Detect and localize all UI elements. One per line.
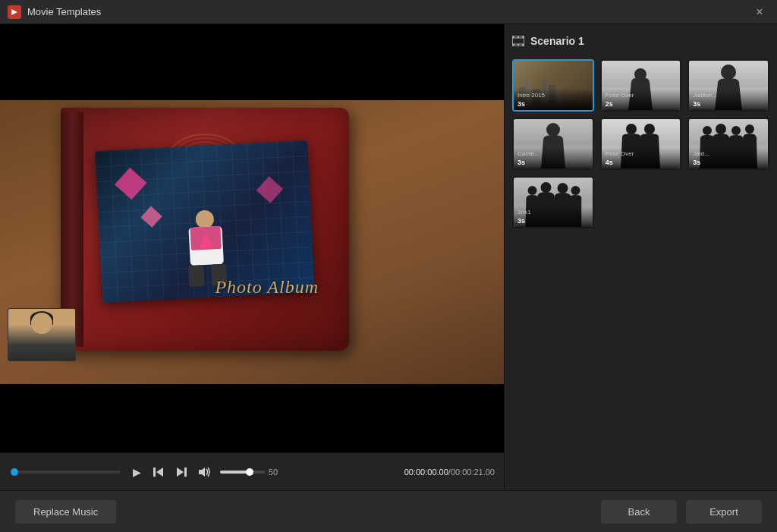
thumbnail-overlay-3: Jaldish... 3s bbox=[689, 89, 768, 110]
main-content: Photo Album bbox=[0, 24, 777, 490]
svg-rect-15 bbox=[512, 38, 524, 44]
back-button[interactable]: Back bbox=[601, 500, 677, 524]
scenario-header: Scenario 1 bbox=[512, 32, 769, 50]
volume-bar[interactable] bbox=[220, 471, 266, 474]
svg-marker-12 bbox=[177, 467, 184, 477]
game-diamond-3 bbox=[140, 206, 162, 228]
thumbnail-item-4[interactable]: Carrie... 3s bbox=[512, 118, 594, 170]
thumb-duration-7: 3s bbox=[517, 217, 589, 225]
volume-thumb bbox=[246, 468, 253, 476]
volume-button[interactable] bbox=[196, 464, 214, 480]
thumbnails-grid: Intro 2015 3s Pose Over 2s bbox=[512, 59, 769, 228]
thumbnail-overlay-7: 2nk1 3s bbox=[514, 206, 593, 227]
svg-point-30 bbox=[546, 123, 560, 137]
svg-rect-11 bbox=[184, 467, 187, 477]
svg-point-33 bbox=[703, 126, 712, 135]
svg-point-35 bbox=[731, 126, 741, 135]
svg-marker-13 bbox=[199, 467, 205, 477]
right-panel: Scenario 1 Intro 2015 3s bbox=[504, 24, 777, 490]
thumb-label-1: Intro 2015 bbox=[517, 92, 589, 99]
webcam-overlay bbox=[8, 308, 76, 361]
time-total: 00:00:21.00 bbox=[451, 467, 495, 477]
svg-point-39 bbox=[557, 183, 568, 194]
thumb-duration-3: 3s bbox=[693, 100, 764, 108]
svg-point-36 bbox=[745, 124, 754, 134]
thumbnail-item-7[interactable]: 2nk1 3s bbox=[512, 176, 594, 228]
svg-marker-10 bbox=[156, 467, 163, 477]
play-button[interactable]: ▶ bbox=[130, 463, 144, 481]
step-forward-button[interactable] bbox=[173, 464, 190, 480]
svg-rect-18 bbox=[522, 36, 524, 38]
time-current: 00:00:00.00 bbox=[404, 467, 448, 477]
svg-rect-17 bbox=[517, 36, 519, 38]
thumb-duration-6: 3s bbox=[693, 159, 764, 166]
volume-value: 50 bbox=[269, 467, 284, 477]
svg-point-38 bbox=[540, 182, 551, 193]
thumbnail-overlay-1: Intro 2015 3s bbox=[514, 89, 593, 110]
thumbnail-item-5[interactable]: Pose Over 4s bbox=[600, 118, 682, 170]
svg-point-31 bbox=[626, 124, 637, 134]
thumb-duration-2: 2s bbox=[606, 100, 677, 108]
replace-music-button[interactable]: Replace Music bbox=[15, 500, 116, 524]
thumb-duration-4: 3s bbox=[517, 159, 589, 166]
svg-rect-7 bbox=[188, 265, 204, 287]
webcam-person bbox=[8, 309, 75, 360]
thumbnail-item-1[interactable]: Intro 2015 3s bbox=[512, 59, 594, 112]
thumb-label-4: Carrie... bbox=[517, 150, 589, 158]
svg-rect-16 bbox=[513, 36, 514, 38]
svg-point-29 bbox=[721, 65, 736, 80]
thumb-duration-5: 4s bbox=[606, 159, 677, 166]
export-button[interactable]: Export bbox=[686, 500, 762, 524]
thumbnail-overlay-2: Pose Over 2s bbox=[602, 89, 681, 110]
progress-bar[interactable] bbox=[12, 471, 121, 474]
album-cover: Photo Album bbox=[61, 108, 349, 351]
game-diamond-1 bbox=[115, 168, 146, 200]
thumb-duration-1: 3s bbox=[517, 100, 589, 108]
svg-rect-19 bbox=[513, 44, 514, 46]
video-player: Photo Album bbox=[0, 24, 504, 452]
game-character-icon bbox=[181, 209, 231, 287]
svg-rect-21 bbox=[522, 44, 524, 46]
video-preview: Photo Album bbox=[0, 24, 504, 452]
thumbnail-item-6[interactable]: Jald... 3s bbox=[687, 118, 769, 170]
thumb-label-6: Jald... bbox=[693, 150, 764, 158]
thumbnail-overlay-5: Pose Over 4s bbox=[602, 147, 681, 168]
thumbnail-overlay-6: Jald... 3s bbox=[689, 147, 768, 168]
controls-bar: ▶ bbox=[0, 452, 504, 490]
thumb-label-3: Jaldish... bbox=[693, 92, 764, 99]
title-bar: Movie Templates × bbox=[0, 0, 777, 24]
thumb-label-7: 2nk1 bbox=[517, 209, 589, 216]
svg-rect-9 bbox=[153, 467, 156, 477]
photo-album: Photo Album bbox=[61, 108, 349, 351]
title-bar-left: Movie Templates bbox=[8, 5, 101, 19]
scenario-title: Scenario 1 bbox=[530, 35, 584, 47]
thumbnail-item-3[interactable]: Jaldish... 3s bbox=[687, 59, 769, 112]
svg-point-34 bbox=[716, 124, 726, 134]
window-title: Movie Templates bbox=[27, 6, 101, 17]
progress-thumb bbox=[11, 468, 18, 476]
volume-slider[interactable]: 50 bbox=[220, 467, 284, 477]
photo-album-scene: Photo Album bbox=[0, 100, 504, 384]
thumb-label-2: Pose Over bbox=[606, 92, 677, 99]
thumb-label-5: Pose Over bbox=[606, 150, 677, 158]
svg-point-37 bbox=[527, 186, 536, 195]
bottom-bar: Replace Music Back Export bbox=[0, 490, 777, 532]
svg-point-3 bbox=[195, 209, 214, 228]
svg-marker-0 bbox=[11, 9, 17, 15]
thumbnail-item-2[interactable]: Pose Over 2s bbox=[600, 59, 682, 112]
svg-point-32 bbox=[644, 124, 655, 134]
game-diamond-2 bbox=[256, 176, 283, 203]
step-back-button[interactable] bbox=[150, 464, 167, 480]
album-title-text: Photo Album bbox=[215, 277, 319, 297]
thumbnail-overlay-4: Carrie... 3s bbox=[514, 147, 593, 168]
black-bar-bottom bbox=[0, 384, 504, 452]
webcam-head bbox=[31, 313, 52, 334]
app-icon bbox=[8, 5, 21, 19]
close-button[interactable]: × bbox=[750, 5, 769, 20]
svg-rect-20 bbox=[517, 44, 519, 46]
svg-point-40 bbox=[571, 186, 580, 195]
video-section: Photo Album bbox=[0, 24, 504, 490]
bottom-left: Replace Music bbox=[15, 500, 116, 524]
time-display: 00:00:00.00/00:00:21.00 bbox=[404, 467, 495, 477]
black-bar-top bbox=[0, 24, 504, 100]
